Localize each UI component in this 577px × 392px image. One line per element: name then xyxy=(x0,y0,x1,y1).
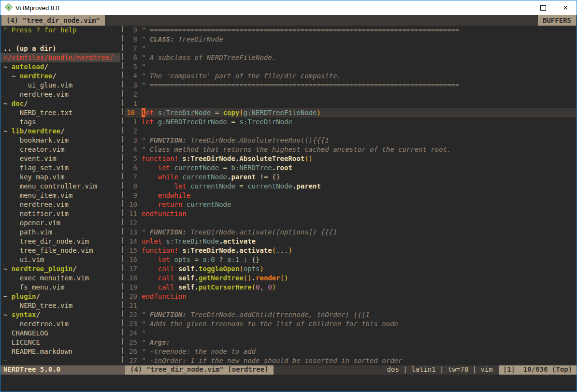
line-number: 1 xyxy=(125,117,142,127)
tree-item-file[interactable]: menu_item.vim xyxy=(0,191,120,200)
tree-item-file[interactable]: tags xyxy=(0,117,120,127)
tree-root[interactable]: </vimfiles/bundle/nerdtree/ xyxy=(0,53,120,62)
tree-item-file[interactable]: ui.vim xyxy=(0,255,120,264)
code-line[interactable]: 6" A subclass of NERDTreeFileNode. xyxy=(125,53,577,62)
tree-item-file[interactable]: tree_dir_node.vim xyxy=(0,237,120,246)
code-line[interactable]: 1let g:NERDTreeDirNode = s:TreeDirNode xyxy=(125,117,577,127)
tree-item-dir[interactable]: ~ syntax/ xyxy=(0,310,120,319)
code-line[interactable]: 5function! s:TreeDirNode.AbsoluteTreeRoo… xyxy=(125,154,577,163)
tree-item-file[interactable]: bookmark.vim xyxy=(0,136,120,145)
tree-item-file[interactable]: nerdtree.vim xyxy=(0,319,120,329)
minimize-button[interactable] xyxy=(510,0,532,15)
line-number: 4 xyxy=(125,145,142,154)
code-line[interactable]: 6 let currentNode = b:NERDTree.root xyxy=(125,163,577,173)
code-line[interactable]: 20endfunction xyxy=(125,292,577,301)
line-number: 17 xyxy=(125,264,142,274)
line-number: 9 xyxy=(125,26,142,35)
tab-active[interactable]: (4) "tree_dir_node.vim" xyxy=(1,15,105,26)
tree-item-file[interactable]: nerdtree.vim xyxy=(0,200,120,209)
tree-item-file[interactable]: event.vim xyxy=(0,154,120,163)
vim-window: V Vi IMproved 8.0 ✕ (4) "tree_dir_node.v… xyxy=(0,0,577,392)
tree-item-file[interactable]: exec_menuitem.vim xyxy=(0,274,120,283)
command-line xyxy=(0,375,577,392)
tree-item-dir[interactable]: ~ doc/ xyxy=(0,99,120,108)
statusline-file: (4) "tree_dir_node.vim" [nerdtree] xyxy=(125,365,274,375)
code-line[interactable]: 1 xyxy=(125,99,577,108)
code-line[interactable]: 19 call self.putCursorHere(0, 0) xyxy=(125,283,577,292)
code-line[interactable]: 4" Class method that returns the highest… xyxy=(125,145,577,154)
nerdtree-pane: " Press ? for help.. (up a dir)</vimfile… xyxy=(0,26,120,365)
tree-item-file[interactable]: flag_set.vim xyxy=(0,163,120,173)
tree-item-dir[interactable]: ~ nerdtree/ xyxy=(0,72,120,81)
tree-item-file[interactable]: path.vim xyxy=(0,228,120,237)
tree-help: " Press ? for help xyxy=(0,26,120,35)
tree-item-dir[interactable]: ~ autoload/ xyxy=(0,62,120,72)
code-line[interactable]: 10 return currentNode xyxy=(125,200,577,209)
line-number: 3 xyxy=(125,136,142,145)
code-line[interactable]: 23" Adds the given treenode to the list … xyxy=(125,319,577,329)
code-line[interactable]: 11endfunction xyxy=(125,209,577,218)
tree-item-file[interactable]: tree_file_node.vim xyxy=(0,246,120,255)
tree-item-file[interactable]: creator.vim xyxy=(0,145,120,154)
line-number: 5 xyxy=(125,62,142,72)
tree-item-file[interactable]: fs_menu.vim xyxy=(0,283,120,292)
code-line[interactable]: 7" xyxy=(125,44,577,53)
tree-item-file[interactable]: LICENCE xyxy=(0,338,120,347)
line-number: 3 xyxy=(125,81,142,90)
tree-item-file[interactable]: CHANGELOG xyxy=(0,329,120,338)
tree-updir[interactable]: .. (up a dir) xyxy=(0,44,120,53)
line-number: 16 xyxy=(125,255,142,264)
code-line[interactable]: 4" The 'composite' part of the file/dir … xyxy=(125,72,577,81)
code-line[interactable]: 24" xyxy=(125,329,577,338)
tree-item-file[interactable]: key_map.vim xyxy=(0,173,120,182)
tree-item-dir[interactable]: ~ nerdtree_plugin/ xyxy=(0,264,120,274)
tree-blank xyxy=(0,35,120,44)
code-line[interactable]: 2 xyxy=(125,127,577,136)
code-line[interactable]: 16 let opts = a:0 ? a:1 : {} xyxy=(125,255,577,264)
code-line[interactable]: 18 call self.getNerdtree().render() xyxy=(125,274,577,283)
line-number: 11 xyxy=(125,209,142,218)
code-line[interactable]: 9" =====================================… xyxy=(125,26,577,35)
tree-item-file[interactable]: menu_controller.vim xyxy=(0,182,120,191)
code-line[interactable]: 14unlet s:TreeDirNode.activate xyxy=(125,237,577,246)
statusline-nerdtree: NERDTree 5.0.0 xyxy=(0,365,125,375)
code-line[interactable]: 25" Args: xyxy=(125,338,577,347)
code-line[interactable]: 12 xyxy=(125,218,577,228)
tree-item-file[interactable]: opener.vim xyxy=(0,218,120,228)
code-line[interactable]: 8" CLASS: TreeDirNode xyxy=(125,35,577,44)
buffers-tab[interactable]: BUFFERS xyxy=(538,15,576,26)
code-line-current[interactable]: 10let s:TreeDirNode = copy(g:NERDTreeFil… xyxy=(125,108,577,117)
code-line[interactable]: 7 while currentNode.parent != {} xyxy=(125,173,577,182)
tree-item-file[interactable]: NERD_tree.txt xyxy=(0,108,120,117)
code-line[interactable]: 17 call self.toggleOpen(opts) xyxy=(125,264,577,274)
line-number: 10 xyxy=(125,108,142,117)
tree-item-file[interactable]: README.markdown xyxy=(0,347,120,356)
tree-item-file[interactable]: ui_glue.vim xyxy=(0,81,120,90)
maximize-icon xyxy=(540,5,546,11)
code-line[interactable]: 27" -inOrder: 1 if the new node should b… xyxy=(125,356,577,365)
code-line[interactable]: 22" FUNCTION: TreeDirNode.addChild(treen… xyxy=(125,310,577,319)
close-button[interactable]: ✕ xyxy=(554,0,577,15)
code-line[interactable]: 2 xyxy=(125,90,577,99)
window-separator[interactable] xyxy=(120,26,125,365)
line-number: 20 xyxy=(125,292,142,301)
tree-item-file[interactable]: nerdtree.vim xyxy=(0,90,120,99)
svg-text:V: V xyxy=(7,4,11,10)
line-number: 6 xyxy=(125,53,142,62)
line-number: 23 xyxy=(125,319,142,329)
code-line[interactable]: 9 endwhile xyxy=(125,191,577,200)
code-line[interactable]: 13" FUNCTION: TreeDirNode.activate([opti… xyxy=(125,228,577,237)
code-line[interactable]: 3" =====================================… xyxy=(125,81,577,90)
tree-item-dir[interactable]: ~ plugin/ xyxy=(0,292,120,301)
maximize-button[interactable] xyxy=(532,0,554,15)
code-line[interactable]: 8 let currentNode = currentNode.parent xyxy=(125,182,577,191)
code-line[interactable]: 5" xyxy=(125,62,577,72)
tree-item-file[interactable]: notifier.vim xyxy=(0,209,120,218)
code-line[interactable]: 21 xyxy=(125,301,577,310)
tree-item-file[interactable]: NERD_tree.vim xyxy=(0,301,120,310)
code-line[interactable]: 3" FUNCTION: TreeDirNode.AbsoluteTreeRoo… xyxy=(125,136,577,145)
code-line[interactable]: 15function! s:TreeDirNode.activate(...) xyxy=(125,246,577,255)
tree-item-dir[interactable]: ~ lib/nerdtree/ xyxy=(0,127,120,136)
line-number: 24 xyxy=(125,329,142,338)
code-line[interactable]: 26" -treenode: the node to add xyxy=(125,347,577,356)
